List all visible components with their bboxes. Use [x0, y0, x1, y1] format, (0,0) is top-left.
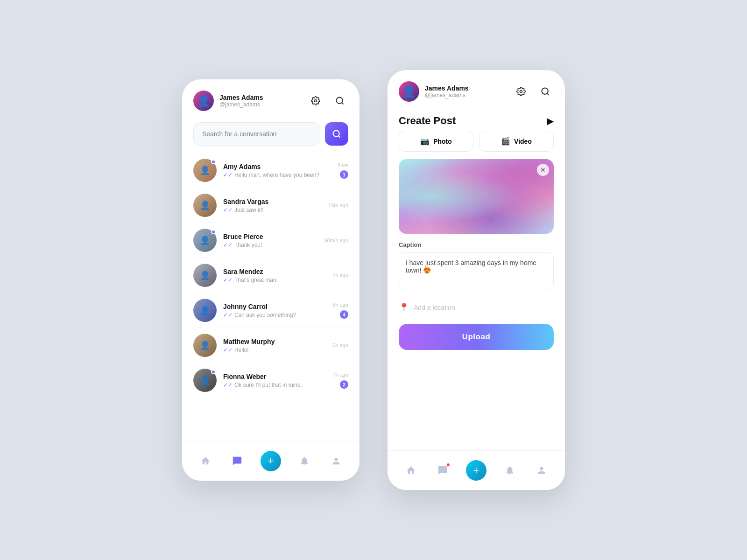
conv-name-sara: Sara Mendez [223, 268, 332, 275]
media-tabs: 📷 Photo 🎬 Video [388, 131, 565, 159]
conv-name-fionna: Fionna Weber [223, 373, 332, 380]
conv-meta-johnny: 3h ago 4 [332, 302, 348, 319]
right-nav-chat[interactable] [434, 462, 451, 479]
conv-meta-amy: Now 1 [338, 162, 348, 179]
svg-point-5 [520, 91, 522, 93]
left-header: 👤 James Adams @james_adams [182, 79, 359, 119]
left-nav-home[interactable] [197, 453, 214, 469]
right-user-name: James Adams [425, 84, 513, 92]
conv-item-fionna[interactable]: 👤 Fionna Weber ✓✓Ok sure I'll put that i… [190, 363, 352, 398]
right-nav-home[interactable] [402, 462, 419, 479]
left-phone: 👤 James Adams @james_adams [182, 79, 359, 481]
send-icon[interactable]: ▶ [547, 115, 554, 126]
svg-point-0 [315, 100, 317, 102]
search-icon[interactable] [331, 92, 348, 109]
right-avatar-face-icon: 👤 [399, 81, 419, 102]
face-sandra-icon: 👤 [193, 194, 217, 217]
conv-avatar-matthew: 👤 [193, 334, 217, 357]
right-search-icon[interactable] [537, 83, 554, 100]
conv-content-fionna: Fionna Weber ✓✓Ok sure I'll put that in … [223, 373, 332, 388]
right-nav-notifications[interactable] [501, 462, 518, 479]
video-tab[interactable]: 🎬 Video [479, 131, 554, 152]
conv-msg-sandra: ✓✓Just saw it!! [223, 207, 328, 213]
right-user-info: James Adams @james_adams [425, 84, 513, 98]
conv-avatar-wrap-amy: 👤 [193, 159, 217, 182]
conv-content-bruce: Bruce Pierce ✓✓Thank you! [223, 233, 324, 248]
conv-content-sara: Sara Mendez ✓✓That's great man. [223, 268, 332, 283]
left-nav-profile[interactable] [328, 453, 345, 469]
conv-meta-sara: 2h ago [332, 273, 348, 278]
location-placeholder: Add a location [414, 304, 455, 311]
create-post-title: Create Post [399, 115, 456, 127]
right-settings-icon[interactable] [513, 83, 529, 100]
conv-content-matthew: Matthew Murphy ✓✓Hello! [223, 338, 332, 353]
conv-item-sandra[interactable]: 👤 Sandra Vargas ✓✓Just saw it!! 15m ago [190, 188, 352, 223]
conv-msg-sara: ✓✓That's great man. [223, 277, 332, 283]
face-matthew-icon: 👤 [193, 334, 217, 357]
conv-meta-fionna: 7h ago 2 [332, 372, 348, 389]
upload-button[interactable]: Upload [399, 324, 554, 350]
conv-time-sara: 2h ago [332, 273, 348, 278]
left-nav-notifications[interactable] [296, 453, 313, 469]
left-user-avatar: 👤 [193, 91, 214, 111]
conv-content-amy: Amy Adams ✓✓Hello man, where have you be… [223, 163, 338, 178]
conv-time-johnny: 3h ago [332, 302, 348, 308]
left-user-avatar-wrap: 👤 [193, 91, 214, 111]
photo-tab[interactable]: 📷 Photo [399, 131, 473, 152]
right-nav-plus[interactable]: + [466, 460, 486, 481]
video-tab-label: Video [514, 138, 532, 145]
conv-avatar-wrap-bruce: 👤 [193, 229, 217, 252]
svg-point-6 [542, 88, 548, 94]
conv-msg-johnny: ✓✓Can ask you something? [223, 312, 332, 318]
right-user-handle: @james_adams [425, 92, 513, 98]
conv-meta-bruce: 50min ago [324, 238, 348, 243]
location-icon: 📍 [399, 302, 409, 313]
image-art [399, 159, 554, 234]
conv-name-matthew: Matthew Murphy [223, 338, 332, 345]
right-phone: 👤 James Adams @james_adams [388, 70, 565, 490]
photo-tab-label: Photo [433, 138, 452, 145]
settings-icon[interactable] [307, 92, 324, 109]
right-nav-profile[interactable] [533, 462, 550, 479]
close-image-button[interactable]: ✕ [537, 164, 549, 176]
conv-item-bruce[interactable]: 👤 Bruce Pierce ✓✓Thank you! 50min ago [190, 223, 352, 258]
conv-avatar-sara: 👤 [193, 264, 217, 287]
conv-msg-amy: ✓✓Hello man, where have you been? [223, 172, 338, 178]
conv-content-johnny: Johnny Carrol ✓✓Can ask you something? [223, 303, 332, 318]
conv-avatar-wrap-johnny: 👤 [193, 299, 217, 322]
conv-item-sara[interactable]: 👤 Sara Mendez ✓✓That's great man. 2h ago [190, 258, 352, 293]
conv-name-bruce: Bruce Pierce [223, 233, 324, 240]
online-dot-fionna [211, 370, 216, 374]
svg-line-4 [338, 136, 340, 138]
caption-label: Caption [399, 241, 554, 248]
conv-item-matthew[interactable]: 👤 Matthew Murphy ✓✓Hello! 5h ago [190, 328, 352, 363]
create-post-header: Create Post ▶ [388, 109, 565, 131]
left-nav-plus[interactable]: + [261, 451, 281, 471]
location-row[interactable]: 📍 Add a location [388, 297, 565, 318]
left-user-handle: @james_adams [219, 101, 307, 108]
image-preview: ✕ [399, 159, 554, 234]
left-bottom-nav: + [182, 441, 359, 481]
svg-point-1 [337, 98, 343, 104]
right-header: 👤 James Adams @james_adams [388, 70, 565, 109]
avatar-face-icon: 👤 [193, 91, 214, 111]
phones-container: 👤 James Adams @james_adams [182, 70, 565, 490]
left-user-info: James Adams @james_adams [219, 94, 307, 108]
conv-meta-matthew: 5h ago [332, 343, 348, 348]
search-button[interactable] [325, 122, 348, 146]
left-nav-chat[interactable] [229, 453, 246, 469]
conv-time-fionna: 7h ago [332, 372, 348, 378]
search-input[interactable] [193, 122, 320, 146]
left-header-icons [307, 92, 348, 109]
conv-avatar-johnny: 👤 [193, 299, 217, 322]
conv-avatar-wrap-sandra: 👤 [193, 194, 217, 217]
conv-meta-sandra: 15m ago [328, 203, 348, 208]
conv-item-johnny[interactable]: 👤 Johnny Carrol ✓✓Can ask you something?… [190, 293, 352, 328]
conv-msg-matthew: ✓✓Hello! [223, 347, 332, 353]
search-wrap [182, 119, 359, 153]
chat-notification-dot [446, 463, 450, 467]
conv-item-amy[interactable]: 👤 Amy Adams ✓✓Hello man, where have you … [190, 153, 352, 188]
caption-textarea[interactable] [399, 252, 554, 289]
svg-point-3 [333, 131, 339, 137]
conv-badge-johnny: 4 [340, 310, 348, 319]
